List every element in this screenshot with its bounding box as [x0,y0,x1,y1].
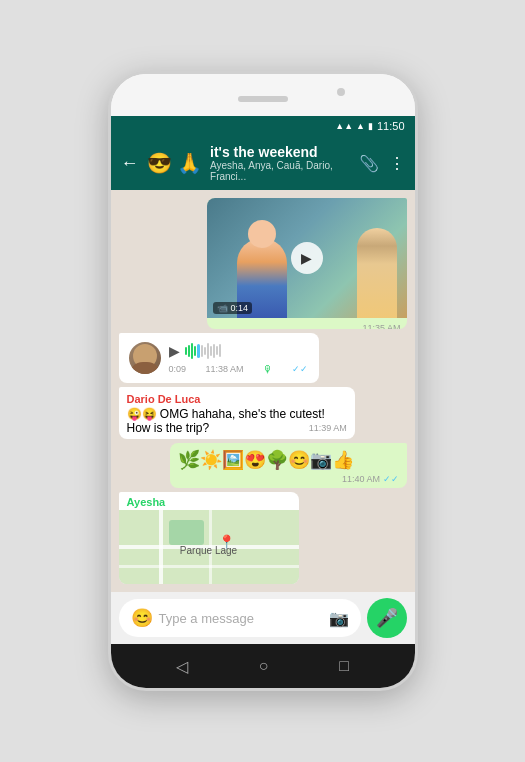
video-time: 11:35 AM [362,323,400,329]
message-content: 😜😝 OMG hahaha, she's the cutest! How is … [127,407,325,435]
status-icons: ▲▲ ▲ ▮ [335,121,373,131]
video-play-button[interactable]: ▶ [291,242,323,274]
voice-waveform [185,341,309,361]
waveform-progress [197,344,200,358]
waveform-bar [204,347,206,355]
more-options-icon[interactable]: ⋮ [389,154,405,173]
voice-play-row: ▶ [169,341,309,361]
waveform-bar [194,346,196,356]
emoji-time: 11:40 AM ✓✓ [342,474,399,484]
voice-meta-row: 0:09 11:38 AM 🎙 ✓✓ [169,364,309,375]
waveform-bar [185,347,187,355]
waveform-bar [201,345,203,357]
microphone-icon: 🎤 [376,607,398,629]
video-child-head [248,220,276,248]
message-sender-name: Dario De Luca [127,393,347,405]
back-button[interactable]: ← [121,153,139,174]
map-location-label: Parque Lage [180,544,237,555]
voice-time: 11:38 AM [206,364,244,374]
video-camera-icon: 📹 [217,303,228,313]
header-icons: 📎 ⋮ [359,154,405,173]
svg-rect-5 [169,520,204,545]
top-bezel [111,74,415,116]
attach-icon[interactable]: 📎 [359,154,379,173]
chat-info: it's the weekend Ayesha, Anya, Cauã, Dar… [210,144,350,182]
waveform-bar [207,343,209,359]
map-sender-name: Ayesha [119,492,299,510]
text-message-dario: Dario De Luca 😜😝 OMG hahaha, she's the c… [119,387,355,439]
navigation-bar: ◁ ○ □ [111,644,415,688]
video-meta: 11:35 AM [207,318,407,329]
chat-title[interactable]: it's the weekend [210,144,350,160]
emoji-ticks: ✓✓ [383,474,399,484]
video-adult-figure [357,228,397,318]
avatar-body [129,362,161,374]
video-thumbnail: ▶ 📹 0:14 [207,198,407,318]
voice-duration: 0:09 [169,364,187,374]
waveform-bar [191,343,193,359]
voice-mic-icon: 🎙 [263,364,273,375]
chat-subtitle: Ayesha, Anya, Cauã, Dario, Franci... [210,160,350,182]
status-time: 11:50 [377,120,405,132]
svg-rect-3 [159,510,163,584]
front-camera [337,88,345,96]
video-duration-badge: 📹 0:14 [213,302,253,314]
map-message[interactable]: Ayesha 📍 Parque Lage [119,492,299,584]
chat-area: ▶ 📹 0:14 11:35 AM ▶ [111,190,415,592]
camera-button[interactable]: 📷 [329,609,349,628]
recents-nav-button[interactable]: □ [339,657,349,675]
waveform-bar [210,346,212,356]
voice-play-button[interactable]: ▶ [169,343,180,359]
back-nav-button[interactable]: ◁ [176,657,188,676]
waveform-bar [219,344,221,357]
message-input-box[interactable]: 😊 Type a message 📷 [119,599,361,637]
status-bar: ▲▲ ▲ ▮ 11:50 [111,116,415,136]
signal-icon: ▲▲ [335,121,353,131]
wifi-icon: ▲ [356,121,365,131]
voice-avatar [129,342,161,374]
waveform-bar [213,344,215,358]
voice-message: ▶ [119,333,319,383]
battery-icon: ▮ [368,121,373,131]
video-duration: 0:14 [231,303,249,313]
waveform-bar [188,345,190,357]
voice-ticks: ✓✓ [292,364,308,374]
waveform-bar [216,346,218,355]
home-nav-button[interactable]: ○ [259,657,269,675]
video-message[interactable]: ▶ 📹 0:14 11:35 AM [207,198,407,329]
emoji-content: 🌿☀️🖼️😍🌳😊📷👍 [178,450,354,470]
message-time: 11:39 AM [309,423,347,433]
phone-screen: ▲▲ ▲ ▮ 11:50 ← 😎 🙏 it's the weekend Ayes… [111,116,415,644]
speaker [238,96,288,102]
emoji-message: 🌿☀️🖼️😍🌳😊📷👍 11:40 AM ✓✓ [170,443,406,488]
phone-frame: ▲▲ ▲ ▮ 11:50 ← 😎 🙏 it's the weekend Ayes… [108,71,418,691]
message-input[interactable]: Type a message [159,611,323,626]
voice-controls: ▶ [169,341,309,375]
emoji-picker-button[interactable]: 😊 [131,607,153,629]
chat-header: ← 😎 🙏 it's the weekend Ayesha, Anya, Cau… [111,136,415,190]
input-bar: 😊 Type a message 📷 🎤 [111,592,415,644]
voice-message-button[interactable]: 🎤 [367,598,407,638]
map-image: 📍 Parque Lage [119,510,299,584]
chat-emoji: 😎 🙏 [147,153,203,173]
